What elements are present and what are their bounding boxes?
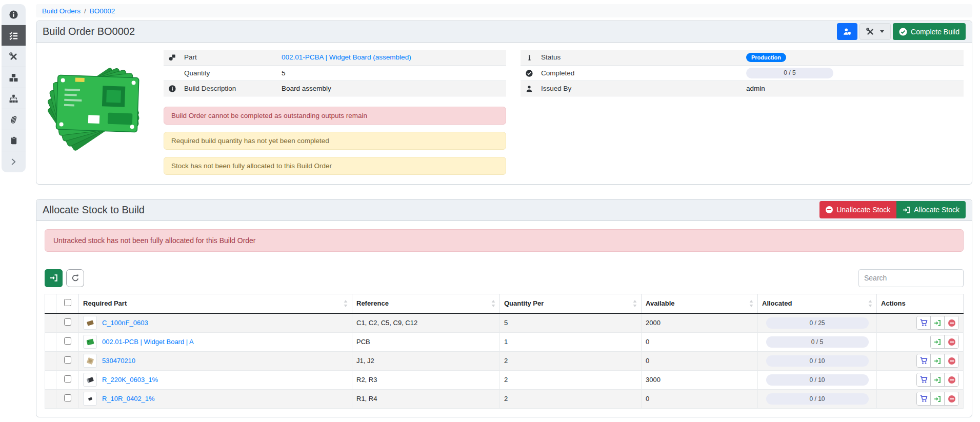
shapes-icon <box>169 54 176 61</box>
table-header-row: Required Part Reference Quantity Per Ava… <box>45 294 964 313</box>
cart-icon <box>920 319 928 327</box>
build-details-table: Part 002.01-PCBA | Widget Board (assembl… <box>164 50 506 96</box>
part-thumbnail <box>83 316 97 330</box>
sidebar-item-notes[interactable] <box>2 130 26 151</box>
complete-build-button[interactable]: Complete Build <box>893 23 966 40</box>
unallocate-stock-button[interactable]: Unallocate Stock <box>819 201 896 218</box>
detail-row-quantity: Quantity 5 <box>164 65 506 81</box>
header-reference[interactable]: Reference <box>352 294 500 313</box>
alert-outstanding-outputs: Build Order cannot be completed as outst… <box>164 107 506 125</box>
part-link[interactable]: 530470210 <box>102 357 135 365</box>
part-link[interactable]: C_100nF_0603 <box>102 319 148 327</box>
header-allocated[interactable]: Allocated <box>758 294 877 313</box>
allocate-row-button[interactable] <box>931 354 945 367</box>
row-actions <box>916 392 959 406</box>
allocate-row-button[interactable] <box>931 392 945 405</box>
part-link[interactable]: 002.01-PCBA | Widget Board (assembled) <box>282 53 411 61</box>
admin-view-button[interactable] <box>837 23 857 40</box>
build-actions-dropdown-button[interactable] <box>859 23 891 40</box>
detail-row-part: Part 002.01-PCBA | Widget Board (assembl… <box>164 50 506 65</box>
refresh-icon <box>71 274 79 282</box>
build-order-panel-header: Build Order BO0002 Complete Build <box>36 21 972 43</box>
sort-icon[interactable] <box>344 300 348 307</box>
allocated-progress: 0 / 10 <box>766 355 869 367</box>
unallocate-row-button[interactable] <box>945 335 958 348</box>
part-thumbnail <box>83 373 97 387</box>
buy-part-button[interactable] <box>917 316 931 329</box>
sort-icon[interactable] <box>868 300 872 307</box>
allocate-selected-button[interactable] <box>45 269 63 287</box>
unallocate-row-button[interactable] <box>945 354 958 367</box>
issued-by-label: Issued By <box>538 81 743 96</box>
row-actions <box>930 335 959 349</box>
allocate-panel-body: Untracked stock has not been fully alloc… <box>36 221 972 417</box>
status-badge: Production <box>746 53 786 62</box>
paperclip-icon <box>9 115 18 124</box>
allocated-progress: 0 / 10 <box>766 374 869 386</box>
sign-in-icon <box>934 357 941 365</box>
reference-cell: C1, C2, C5, C9, C12 <box>352 313 500 332</box>
build-order-panel-body: Part 002.01-PCBA | Widget Board (assembl… <box>36 43 972 184</box>
unallocate-row-button[interactable] <box>945 392 958 405</box>
available-cell: 2000 <box>642 313 758 332</box>
select-all-checkbox[interactable] <box>64 299 71 306</box>
allocated-progress: 0 / 5 <box>766 336 869 348</box>
header-required-part[interactable]: Required Part <box>79 294 352 313</box>
allocate-stock-button[interactable]: Allocate Stock <box>896 201 966 218</box>
header-actions: Actions <box>877 294 964 313</box>
sort-icon[interactable] <box>491 300 495 307</box>
header-available[interactable]: Available <box>642 294 758 313</box>
sidebar-item-consumed-stock[interactable] <box>2 46 26 67</box>
sign-in-icon <box>903 206 910 214</box>
sort-icon[interactable] <box>633 300 637 307</box>
row-checkbox[interactable] <box>64 394 71 401</box>
sort-icon[interactable] <box>749 300 753 307</box>
allocated-progress: 0 / 25 <box>766 317 869 329</box>
sidebar-item-child-builds[interactable] <box>2 88 26 109</box>
sidebar-item-attachments[interactable] <box>2 109 26 130</box>
row-checkbox[interactable] <box>64 318 71 326</box>
part-link[interactable]: 002.01-PCB | Widget Board | A <box>102 338 194 346</box>
part-image[interactable] <box>45 50 151 174</box>
sidebar-item-details[interactable] <box>2 4 26 25</box>
description-value: Board assembly <box>278 81 506 96</box>
buy-part-button[interactable] <box>917 354 931 367</box>
minus-circle-icon <box>948 338 955 346</box>
breadcrumb-link-bo0002[interactable]: BO0002 <box>90 7 115 15</box>
unallocate-row-button[interactable] <box>945 373 958 386</box>
available-cell: 0 <box>642 332 758 351</box>
info-icon <box>9 10 18 19</box>
allocate-row-button[interactable] <box>931 316 945 329</box>
buy-part-button[interactable] <box>917 373 931 386</box>
minus-circle-icon <box>948 357 955 365</box>
user-shield-icon <box>843 27 851 36</box>
minus-circle-icon <box>826 206 833 213</box>
row-checkbox[interactable] <box>64 356 71 364</box>
allocate-row-button[interactable] <box>931 373 945 386</box>
row-checkbox[interactable] <box>64 375 71 383</box>
alert-stock-allocation: Stock has not been fully allocated to th… <box>164 157 506 175</box>
sidebar-item-allocate-stock[interactable] <box>2 25 26 46</box>
search-input[interactable] <box>858 269 964 287</box>
part-link[interactable]: R_10R_0402_1% <box>102 395 155 403</box>
unallocate-row-button[interactable] <box>945 316 958 329</box>
refresh-table-button[interactable] <box>66 269 84 287</box>
caret-down-icon <box>880 30 884 33</box>
tools-icon <box>866 28 874 36</box>
alert-untracked-stock: Untracked stock has not been fully alloc… <box>45 229 964 252</box>
part-link[interactable]: R_220K_0603_1% <box>102 376 158 384</box>
sidebar-item-build-outputs[interactable] <box>2 67 26 88</box>
available-cell: 0 <box>642 351 758 370</box>
sidebar-expand-toggle[interactable] <box>2 151 26 172</box>
cart-icon <box>920 357 928 365</box>
allocate-row-button[interactable] <box>931 335 945 348</box>
row-checkbox[interactable] <box>64 337 71 345</box>
build-order-panel: Build Order BO0002 Complete Build <box>36 21 972 185</box>
sign-in-icon <box>50 274 58 282</box>
header-quantity-per[interactable]: Quantity Per <box>500 294 642 313</box>
sign-in-icon <box>934 376 941 384</box>
buy-part-button[interactable] <box>917 392 931 405</box>
quantity-per-cell: 2 <box>500 389 642 408</box>
breadcrumb-link-build-orders[interactable]: Build Orders <box>42 7 81 15</box>
check-circle-icon <box>899 28 907 36</box>
